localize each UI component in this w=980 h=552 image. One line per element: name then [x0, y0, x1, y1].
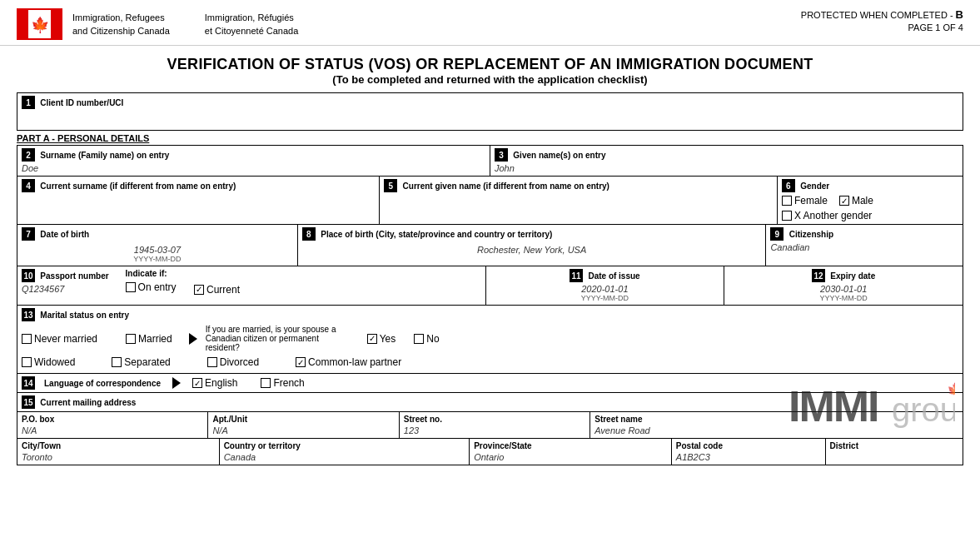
province-value: Ontario [474, 450, 667, 462]
cell-field12: 12 Expiry date 2030-01-01 YYYY-MM-DD [724, 266, 963, 305]
cell-field3: 3 Given name(s) on entry John [490, 146, 963, 176]
postal-label: Postal code [676, 441, 821, 450]
spouse-yes-option[interactable]: Yes [367, 333, 396, 345]
field12-label: Expiry date [830, 271, 875, 281]
row-field14: 14 Language of correspondence English Fr… [17, 373, 963, 392]
french-option[interactable]: French [261, 377, 304, 389]
married-label: Married [138, 333, 172, 345]
cell-field8: 8 Place of birth (City, state/province a… [298, 225, 767, 266]
apt-unit-value: N/A [212, 424, 394, 435]
field7-value: 1945-03-07 [22, 243, 293, 255]
gender-male-label: Male [852, 195, 873, 206]
english-option[interactable]: English [192, 377, 237, 389]
field9-value: Canadian [770, 241, 958, 252]
row-field15-line2: City/Town Toronto Country or territory C… [17, 438, 963, 465]
common-law-checkbox[interactable] [296, 357, 306, 367]
field8-value: Rochester, New York, USA [302, 243, 762, 255]
form-body: 1 Client ID number/UCI PART A - PERSONAL… [0, 92, 980, 465]
on-entry-option[interactable]: On entry [126, 281, 177, 293]
never-married-option[interactable]: Never married [22, 333, 97, 345]
current-option[interactable]: Current [194, 284, 240, 296]
spouse-no-checkbox[interactable] [414, 334, 424, 344]
row-fields-4-5-6: 4 Current surname (if different from nam… [17, 176, 963, 224]
on-entry-checkbox[interactable] [126, 282, 136, 292]
street-no-value: 123 [404, 424, 585, 435]
country-label: Country or territory [224, 441, 465, 450]
cell-field6: 6 Gender Female Male X Another gender [778, 177, 963, 224]
cell-city: City/Town Toronto [17, 439, 220, 465]
street-name-label: Street name [594, 415, 958, 424]
gender-other-option[interactable]: X Another gender [782, 210, 872, 221]
french-checkbox[interactable] [261, 378, 271, 388]
english-checkbox[interactable] [192, 378, 202, 388]
field11-label: Date of issue [588, 271, 639, 281]
field9-label: Citizenship [789, 230, 833, 239]
field6-num: 6 [782, 179, 795, 192]
page-number: PAGE 1 OF 4 [801, 22, 963, 32]
spouse-no-option[interactable]: No [414, 333, 439, 345]
apt-unit-label: Apt./Unit [212, 415, 394, 424]
row-field15-header: 15 Current mailing address [17, 392, 963, 411]
city-label: City/Town [22, 441, 215, 450]
header: 🍁 Immigration, Refugees and Citizenship … [0, 0, 980, 46]
on-entry-label: On entry [138, 281, 177, 293]
field10-passport: 10 Passport number Q1234567 [22, 269, 109, 294]
row-fields-2-3: 2 Surname (Family name) on entry Doe 3 G… [17, 145, 963, 176]
married-option[interactable]: Married [126, 333, 172, 345]
field10-label: Passport number [40, 271, 108, 281]
form-title-line2: (To be completed and returned with the a… [17, 73, 963, 86]
row-fields-10-11-12: 10 Passport number Q1234567 Indicate if:… [17, 266, 963, 305]
field7-hint: YYYY-MM-DD [22, 255, 293, 263]
canada-flag: 🍁 [17, 8, 62, 40]
gender-male-option[interactable]: Male [839, 195, 873, 206]
field6-label: Gender [800, 182, 829, 191]
row-field13: 13 Marital status on entry Never married… [17, 305, 963, 373]
page: 🍁 Immigration, Refugees and Citizenship … [0, 0, 980, 465]
divorced-option[interactable]: Divorced [207, 356, 259, 368]
current-label: Current [206, 284, 240, 296]
married-checkbox[interactable] [126, 334, 136, 344]
field14-label: Language of correspondence [44, 379, 161, 388]
divorced-checkbox[interactable] [207, 357, 217, 367]
divorced-label: Divorced [220, 356, 259, 368]
field1-value[interactable] [22, 109, 958, 127]
separated-option[interactable]: Separated [112, 356, 170, 368]
field8-num: 8 [302, 227, 316, 241]
widowed-option[interactable]: Widowed [22, 356, 75, 368]
field7-label: Date of birth [40, 230, 89, 239]
street-no-label: Street no. [404, 415, 585, 424]
gender-other-checkbox[interactable] [782, 211, 792, 221]
postal-value: A1B2C3 [676, 450, 821, 462]
cell-field9: 9 Citizenship Canadian [766, 225, 963, 266]
gender-male-checkbox[interactable] [839, 196, 849, 206]
gender-other-label: X Another gender [794, 210, 872, 221]
po-box-label: P.O. box [22, 415, 203, 424]
cell-province: Province/State Ontario [470, 439, 672, 465]
current-checkbox[interactable] [194, 285, 204, 295]
field5-num: 5 [384, 179, 397, 192]
common-law-option[interactable]: Common-law partner [296, 356, 401, 368]
separated-checkbox[interactable] [112, 357, 122, 367]
never-married-checkbox[interactable] [22, 334, 32, 344]
common-law-label: Common-law partner [308, 356, 401, 368]
cell-street-name: Street name Avenue Road [590, 412, 963, 438]
country-value: Canada [224, 450, 465, 462]
field15-label: Current mailing address [40, 398, 136, 407]
spouse-yes-label: Yes [380, 333, 396, 345]
field2-label: Surname (Family name) on entry [40, 151, 169, 160]
spouse-no-label: No [426, 333, 439, 345]
field12-hint: YYYY-MM-DD [729, 294, 958, 302]
field11-num: 11 [570, 269, 583, 282]
field5-label: Current given name (if different from na… [403, 182, 609, 191]
cell-field2: 2 Surname (Family name) on entry Doe [17, 146, 490, 176]
header-dept-en: Immigration, Refugees and Citizenship Ca… [72, 11, 170, 38]
field7-num: 7 [22, 227, 35, 241]
field12-num: 12 [812, 269, 825, 282]
header-left: 🍁 Immigration, Refugees and Citizenship … [17, 8, 298, 40]
spouse-yes-checkbox[interactable] [367, 334, 377, 344]
field4-num: 4 [22, 179, 35, 192]
gender-female-checkbox[interactable] [782, 196, 792, 206]
svg-text:🍁: 🍁 [31, 16, 50, 34]
widowed-checkbox[interactable] [22, 357, 32, 367]
gender-female-option[interactable]: Female [782, 195, 828, 206]
